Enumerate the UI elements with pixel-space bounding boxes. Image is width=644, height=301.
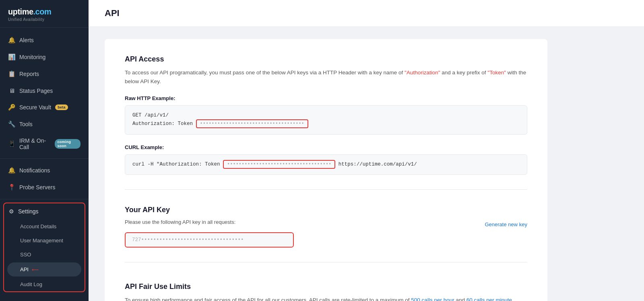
nav-divider	[0, 158, 89, 159]
sidebar-item-label: Probe Servers	[19, 184, 55, 190]
logo-subtitle: Unified Availability	[8, 17, 80, 22]
submenu-label: Audit Log	[20, 281, 42, 287]
tools-icon: 🔧	[8, 121, 15, 128]
secure-vault-icon: 🔑	[8, 104, 15, 111]
sidebar-item-label: Secure Vault	[19, 104, 51, 111]
fair-use-title: API Fair Use Limits	[125, 283, 527, 291]
notifications-icon: 🔔	[8, 167, 15, 174]
section-divider-2	[125, 262, 527, 262]
api-key-value: 727••••••••••••••••••••••••••••••••••	[132, 237, 244, 243]
settings-icon: ⚙	[9, 208, 14, 215]
submenu-item-audit-log[interactable]: Audit Log	[4, 277, 85, 291]
api-arrow-icon: ⟵	[32, 267, 39, 272]
sidebar-item-status-pages[interactable]: 🖥 Status Pages	[0, 82, 89, 99]
irm-icon: 📱	[8, 140, 15, 147]
sidebar-item-label: Status Pages	[19, 88, 53, 94]
submenu-label: User Management	[20, 238, 63, 244]
sidebar-item-secure-vault[interactable]: 🔑 Secure Vault beta	[0, 99, 89, 116]
monitoring-icon: 📊	[8, 53, 15, 61]
sidebar-item-label: Reports	[19, 71, 39, 77]
main-content: API API Access To access our API program…	[89, 0, 644, 301]
submenu-label: API	[20, 266, 29, 272]
submenu-item-user-management[interactable]: User Management	[4, 233, 85, 248]
settings-submenu-container: ⚙ Settings Account Details User Manageme…	[3, 203, 85, 292]
section-divider-1	[125, 189, 527, 190]
sidebar-item-alerts[interactable]: 🔔 Alerts	[0, 32, 89, 49]
beta-badge: beta	[55, 104, 68, 110]
settings-label: Settings	[18, 208, 39, 215]
curl-label: CURL Example:	[125, 144, 527, 150]
sidebar-item-label: Tools	[19, 121, 33, 127]
raw-http-line2: Authorization: Token •••••••••••••••••••…	[132, 120, 520, 128]
coming-soon-badge: coming soon	[55, 139, 80, 149]
sidebar: uptime.com Unified Availability 🔔 Alerts…	[0, 0, 89, 301]
fair-use-section: API Fair Use Limits To ensure high perfo…	[125, 283, 527, 301]
alerts-icon: 🔔	[8, 37, 15, 44]
sidebar-item-label: Notifications	[19, 167, 50, 174]
sidebar-item-settings[interactable]: ⚙ Settings	[4, 203, 85, 219]
api-key-title: Your API Key	[125, 206, 527, 214]
curl-token: ••••••••••••••••••••••••••••••••••••	[223, 160, 335, 169]
api-key-desc: Please use the following API key in all …	[125, 219, 235, 225]
curl-example: curl -H "Authorization: Token ••••••••••…	[125, 154, 527, 175]
page-content: API Access To access our API programatic…	[89, 27, 644, 301]
page-header: API	[89, 0, 644, 27]
sidebar-item-reports[interactable]: 📋 Reports	[0, 66, 89, 82]
sidebar-item-probe-servers[interactable]: 📍 Probe Servers	[0, 179, 89, 196]
page-title: API	[105, 8, 628, 18]
api-access-section: API Access To access our API programatic…	[125, 55, 527, 175]
probe-servers-icon: 📍	[8, 184, 15, 191]
sidebar-item-notifications[interactable]: 🔔 Notifications	[0, 162, 89, 179]
logo-brand: uptime.com	[8, 7, 80, 16]
api-access-title: API Access	[125, 55, 527, 63]
sidebar-item-label: Monitoring	[19, 54, 45, 60]
raw-http-example: GET /api/v1/ Authorization: Token ••••••…	[125, 105, 527, 135]
raw-http-label: Raw HTTP Example:	[125, 95, 527, 101]
sidebar-logo: uptime.com Unified Availability	[0, 0, 89, 28]
status-pages-icon: 🖥	[8, 87, 15, 94]
nav-divider-2	[0, 199, 89, 199]
submenu-item-sso[interactable]: SSO	[4, 248, 85, 262]
reports-icon: 📋	[8, 70, 15, 78]
submenu-label: SSO	[20, 252, 31, 258]
content-card: API Access To access our API programatic…	[105, 39, 547, 301]
api-key-section: Your API Key Please use the following AP…	[125, 206, 527, 248]
sidebar-item-tools[interactable]: 🔧 Tools	[0, 116, 89, 133]
sidebar-item-irm-oncall[interactable]: 📱 IRM & On-Call coming soon	[0, 133, 89, 155]
submenu-item-account-details[interactable]: Account Details	[4, 219, 85, 233]
generate-new-key-link[interactable]: Generate new key	[485, 221, 527, 227]
submenu-label: Account Details	[20, 223, 56, 229]
sidebar-item-monitoring[interactable]: 📊 Monitoring	[0, 49, 89, 66]
api-key-header: Please use the following API key in all …	[125, 219, 527, 230]
api-access-desc: To access our API programatically, you m…	[125, 68, 527, 86]
raw-http-token: ••••••••••••••••••••••••••••••••••••	[196, 119, 308, 128]
submenu-item-api[interactable]: API ⟵	[7, 262, 81, 276]
fair-use-desc: To ensure high performance and fair acce…	[125, 296, 527, 301]
raw-http-line1: GET /api/v1/	[132, 111, 520, 120]
sidebar-item-label: Alerts	[19, 37, 34, 43]
api-key-input: 727••••••••••••••••••••••••••••••••••	[125, 232, 294, 248]
sidebar-nav: 🔔 Alerts 📊 Monitoring 📋 Reports 🖥 Status…	[0, 28, 89, 301]
sidebar-item-label: IRM & On-Call	[19, 137, 51, 150]
